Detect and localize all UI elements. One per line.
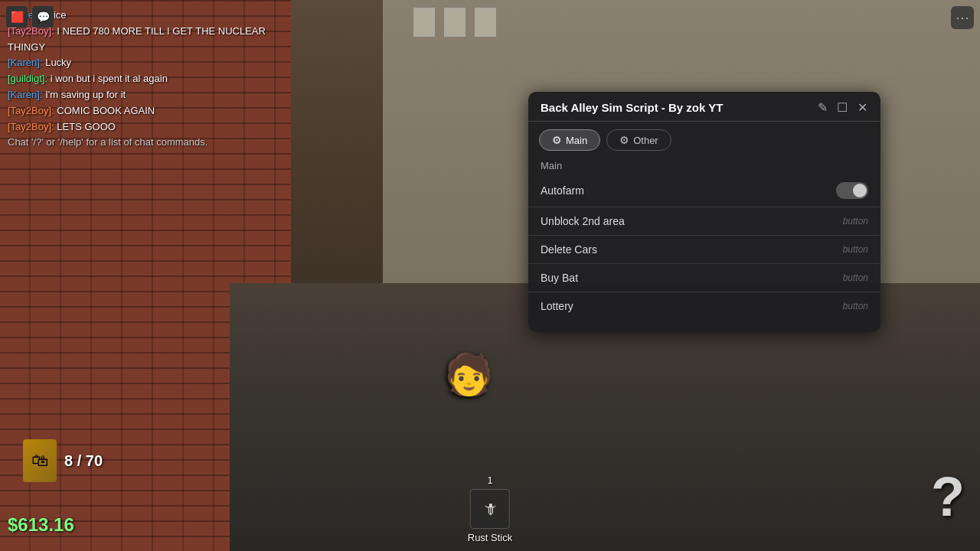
unblock-button-label[interactable]: button <box>843 216 868 227</box>
buy-bat-button-label[interactable]: button <box>843 272 868 283</box>
top-left-icons: 🟥 💬 <box>6 6 54 28</box>
tab-main-icon: ⚙ <box>552 134 562 146</box>
panel-close-button[interactable]: ✕ <box>854 99 870 115</box>
toggle-thumb <box>853 184 867 197</box>
script-panel: Back Alley Sim Script - By zok YT ✎ ☐ ✕ … <box>528 92 880 332</box>
autofarm-label: Autofarm <box>541 184 584 197</box>
lottery-button-label[interactable]: button <box>843 301 868 311</box>
tab-main-label: Main <box>566 135 587 146</box>
buy-bat-label: Buy Bat <box>541 272 578 284</box>
panel-title: Back Alley Sim Script - By zok YT <box>541 101 723 114</box>
window-decorations <box>413 0 496 37</box>
help-button[interactable]: ? <box>931 465 965 528</box>
panel-controls: ✎ ☐ ✕ <box>815 99 870 115</box>
chat-line-7: [Tay2Boy]: LETS GOOO <box>8 119 283 135</box>
chat-overlay: [Gilbert]: nice [Tay2Boy]: I NEED 780 MO… <box>8 8 283 151</box>
buy-bat-row: Buy Bat button <box>528 264 880 292</box>
chat-icon[interactable]: 💬 <box>32 6 54 28</box>
tab-other[interactable]: ⚙ Other <box>606 129 671 151</box>
tab-other-label: Other <box>633 135 658 146</box>
chat-line-2: [Tay2Boy]: I NEED 780 MORE TILL I GET TH… <box>8 24 283 56</box>
autofarm-row: Autofarm <box>528 174 880 207</box>
delete-cars-label: Delete Cars <box>541 243 597 256</box>
unblock-label: Unblock 2nd area <box>541 215 625 227</box>
panel-edit-button[interactable]: ✎ <box>815 99 830 115</box>
panel-tabs: ⚙ Main ⚙ Other <box>528 122 880 155</box>
delete-cars-row: Delete Cars button <box>528 236 880 264</box>
chat-line-4: [guildigt]: i won but i spent it al agai… <box>8 71 283 87</box>
chat-line-3: [Karen]: Lucky <box>8 55 283 71</box>
chat-line-6: [Tay2Boy]: COMIC BOOK AGAIN <box>8 103 283 119</box>
tab-other-icon: ⚙ <box>619 134 629 146</box>
menu-icon[interactable]: ⋯ <box>951 6 974 29</box>
chat-name: [Tay2Boy]: <box>8 121 54 132</box>
tab-main[interactable]: ⚙ Main <box>539 129 600 151</box>
lottery-row: Lottery button <box>528 292 880 320</box>
section-label: Main <box>528 155 880 174</box>
player-character: 🧑 <box>444 351 494 398</box>
chat-name: [Tay2Boy]: <box>8 105 54 116</box>
chat-system-msg: Chat '/?' or '/help' for a list of chat … <box>8 135 283 151</box>
chat-line-5: [Karen]: I'm saving up for it <box>8 87 283 103</box>
lottery-label: Lottery <box>541 300 573 312</box>
panel-titlebar: Back Alley Sim Script - By zok YT ✎ ☐ ✕ <box>528 92 880 122</box>
unblock-row: Unblock 2nd area button <box>528 207 880 236</box>
chat-name: [guildigt]: <box>8 73 47 84</box>
delete-cars-button-label[interactable]: button <box>843 244 868 255</box>
chat-name: [Karen]: <box>8 57 43 68</box>
roblox-icon[interactable]: 🟥 <box>6 6 28 28</box>
chat-name: [Karen]: <box>8 89 43 100</box>
autofarm-toggle[interactable] <box>836 182 868 199</box>
panel-maximize-button[interactable]: ☐ <box>835 99 850 115</box>
